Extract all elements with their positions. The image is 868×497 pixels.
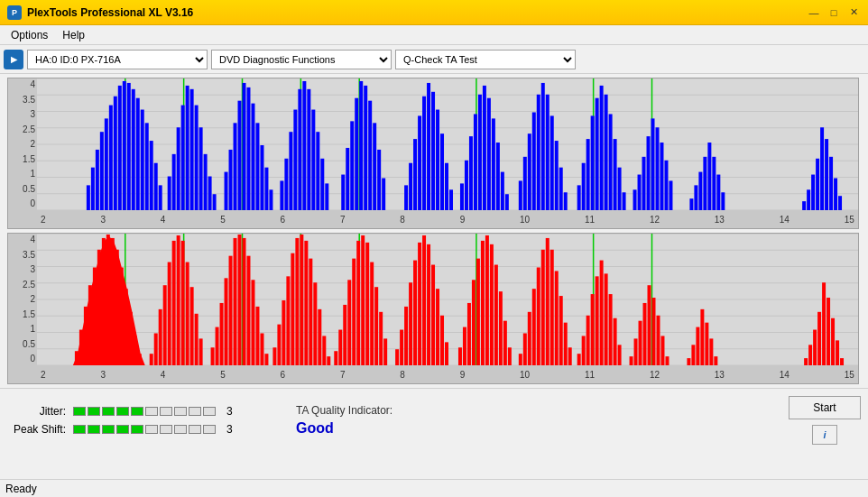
svg-rect-299	[836, 340, 839, 365]
svg-rect-233	[409, 282, 412, 365]
start-section: Start i	[789, 396, 861, 445]
svg-rect-226	[370, 262, 374, 365]
y-label-35-top: 3.5	[23, 96, 35, 105]
svg-rect-29	[141, 110, 144, 210]
svg-rect-276	[630, 356, 633, 365]
x-label-14-bot: 14	[780, 370, 790, 380]
peakshift-row: Peak Shift: 3	[7, 423, 260, 436]
start-button[interactable]: Start	[789, 396, 861, 419]
bottom-chart-svg	[37, 234, 858, 365]
y-label-1-bot: 1	[30, 325, 35, 334]
svg-rect-237	[427, 244, 430, 365]
svg-rect-49	[243, 83, 246, 210]
svg-rect-257	[532, 289, 536, 365]
svg-rect-202	[255, 307, 259, 365]
svg-rect-114	[596, 98, 599, 210]
jitter-seg-3	[102, 407, 115, 416]
svg-rect-293	[808, 345, 812, 365]
svg-rect-213	[309, 259, 312, 365]
menu-help[interactable]: Help	[55, 27, 92, 43]
svg-rect-119	[618, 168, 622, 210]
svg-rect-34	[168, 177, 171, 210]
svg-rect-112	[586, 139, 590, 210]
svg-rect-55	[269, 189, 272, 210]
menu-options[interactable]: Options	[4, 27, 55, 43]
function-select[interactable]: DVD Diagnostic Functions	[211, 50, 392, 69]
svg-rect-116	[605, 95, 608, 210]
jitter-progress	[73, 407, 216, 416]
ps-seg-10	[203, 425, 216, 434]
svg-rect-197	[234, 238, 237, 365]
svg-rect-52	[255, 123, 259, 210]
minimize-button[interactable]: —	[807, 5, 821, 20]
svg-rect-180	[150, 354, 153, 365]
svg-rect-28	[136, 98, 140, 210]
x-label-2-top: 2	[41, 215, 46, 225]
svg-rect-60	[298, 89, 301, 210]
svg-rect-62	[307, 89, 310, 210]
svg-rect-117	[609, 114, 613, 210]
close-button[interactable]: ✕	[846, 5, 861, 20]
ta-label: TA Quality Indicator:	[296, 404, 392, 417]
svg-rect-239	[436, 289, 439, 365]
svg-rect-262	[555, 271, 559, 365]
svg-rect-264	[564, 323, 568, 365]
x-label-9-bot: 9	[460, 370, 466, 380]
x-label-5-bot: 5	[220, 370, 226, 380]
x-label-2-bot: 2	[41, 370, 46, 380]
svg-rect-104	[541, 83, 545, 210]
x-label-12-top: 12	[650, 215, 660, 225]
svg-rect-185	[172, 241, 176, 365]
svg-rect-90	[469, 136, 473, 210]
svg-rect-198	[238, 235, 242, 365]
svg-rect-137	[721, 192, 725, 210]
svg-rect-37	[181, 106, 185, 210]
jitter-seg-6	[145, 407, 158, 416]
svg-rect-255	[523, 333, 527, 365]
svg-rect-249	[490, 244, 494, 365]
ps-seg-4	[116, 425, 129, 434]
svg-rect-206	[277, 325, 281, 365]
svg-rect-298	[831, 318, 835, 365]
svg-rect-122	[638, 175, 642, 210]
svg-rect-243	[463, 327, 466, 365]
svg-rect-258	[537, 267, 540, 365]
svg-rect-38	[186, 86, 189, 210]
svg-rect-270	[596, 276, 599, 365]
svg-rect-81	[422, 97, 426, 210]
x-label-3-top: 3	[100, 215, 106, 225]
svg-rect-46	[229, 150, 233, 210]
x-label-5-top: 5	[220, 215, 226, 225]
svg-rect-102	[532, 112, 536, 210]
svg-rect-51	[251, 104, 254, 210]
drive-select[interactable]: HA:0 ID:0 PX-716A	[27, 50, 208, 69]
svg-rect-187	[181, 241, 185, 365]
test-select[interactable]: Q-Check TA Test	[395, 50, 576, 69]
svg-rect-61	[302, 81, 306, 210]
info-button[interactable]: i	[812, 425, 837, 445]
x-label-9-top: 9	[460, 215, 466, 225]
x-label-15-bot: 15	[845, 370, 854, 380]
app-title: PlexTools Professional XL V3.16	[27, 6, 807, 19]
svg-rect-290	[709, 338, 713, 365]
svg-rect-133	[703, 157, 706, 210]
svg-rect-59	[293, 110, 297, 210]
svg-rect-221	[347, 280, 351, 365]
x-label-14-top: 14	[780, 215, 790, 225]
svg-rect-216	[322, 336, 326, 365]
svg-rect-64	[316, 132, 319, 210]
svg-rect-212	[304, 241, 308, 365]
svg-rect-286	[691, 345, 695, 365]
svg-rect-19	[96, 150, 99, 210]
svg-rect-261	[550, 250, 554, 365]
svg-rect-32	[154, 163, 158, 210]
svg-rect-251	[499, 291, 503, 365]
svg-rect-287	[696, 327, 699, 365]
y-label-35-bot: 3.5	[23, 251, 35, 260]
svg-rect-269	[591, 294, 595, 365]
svg-rect-260	[546, 238, 549, 365]
maximize-button[interactable]: □	[826, 5, 841, 20]
svg-rect-288	[700, 309, 704, 365]
svg-rect-67	[341, 175, 345, 210]
drive-icon: ▶	[4, 50, 23, 69]
